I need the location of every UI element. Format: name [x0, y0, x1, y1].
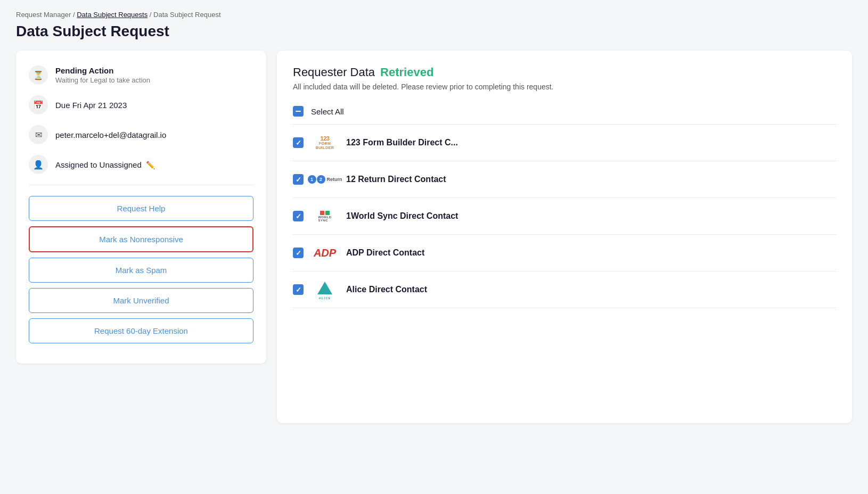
breadcrumb-part1: Request Manager	[16, 11, 71, 19]
request-extension-button[interactable]: Request 60-day Extension	[29, 318, 253, 343]
right-title-text: Requester Data	[293, 65, 375, 79]
request-help-button[interactable]: Request Help	[29, 196, 253, 221]
status-badge: Retrieved	[380, 65, 433, 79]
edit-assigned-icon[interactable]: ✏️	[146, 161, 155, 169]
svg-marker-0	[317, 282, 332, 294]
breadcrumb-dsr-link[interactable]: Data Subject Requests	[77, 11, 148, 19]
pending-action-text: Pending Action Waiting for Legal to take…	[55, 66, 150, 84]
right-subtitle: All included data will be deleted. Pleas…	[293, 83, 836, 91]
item-3-logo: WORLDSYNC	[312, 208, 338, 225]
item-4-logo: ADP	[312, 244, 338, 261]
list-item: ADP ADP Direct Contact	[293, 235, 836, 271]
due-date-text: Due Fri Apr 21 2023	[55, 101, 127, 110]
person-icon: 👤	[29, 155, 48, 174]
item-1-checkbox[interactable]	[293, 137, 304, 148]
mark-unverified-button[interactable]: Mark Unverified	[29, 288, 253, 313]
email-row: ✉ peter.marcelo+del@datagrail.io	[29, 125, 253, 144]
item-5-name: Alice Direct Contact	[346, 285, 427, 294]
mark-spam-button[interactable]: Mark as Spam	[29, 258, 253, 283]
list-item: 1 2 Return 12 Return Direct Contact	[293, 161, 836, 198]
assigned-text: Assigned to Unassigned ✏️	[55, 160, 155, 169]
select-all-label: Select All	[311, 107, 344, 116]
pending-action-row: ⏳ Pending Action Waiting for Legal to ta…	[29, 65, 253, 85]
item-1-name: 123 Form Builder Direct C...	[346, 138, 458, 147]
list-item: 123 FORMBUILDER 123 Form Builder Direct …	[293, 125, 836, 161]
right-panel: Requester Data Retrieved All included da…	[277, 51, 852, 423]
pending-action-icon: ⏳	[29, 65, 48, 85]
item-3-name: 1World Sync Direct Contact	[346, 211, 458, 221]
list-item: ALICE ALICE Alice Direct Contact	[293, 271, 836, 308]
right-header: Requester Data Retrieved All included da…	[293, 65, 836, 91]
item-5-logo: ALICE ALICE	[312, 281, 338, 298]
list-item: WORLDSYNC 1World Sync Direct Contact	[293, 198, 836, 235]
breadcrumb-current: Data Subject Request	[153, 11, 220, 19]
email-text: peter.marcelo+del@datagrail.io	[55, 130, 166, 139]
item-4-checkbox[interactable]	[293, 248, 304, 258]
item-1-logo: 123 FORMBUILDER	[312, 134, 338, 151]
select-all-row[interactable]: Select All	[293, 102, 836, 125]
due-date-row: 📅 Due Fri Apr 21 2023	[29, 95, 253, 114]
breadcrumb: Request Manager / Data Subject Requests …	[16, 11, 852, 19]
calendar-icon: 📅	[29, 95, 48, 114]
item-5-checkbox[interactable]	[293, 284, 304, 295]
select-all-checkbox[interactable]	[293, 106, 304, 117]
left-panel: ⏳ Pending Action Waiting for Legal to ta…	[16, 51, 266, 364]
panel-divider	[29, 185, 253, 185]
pending-action-title: Pending Action	[55, 66, 150, 75]
breadcrumb-sep2: /	[150, 11, 153, 19]
right-title: Requester Data Retrieved	[293, 65, 836, 79]
item-2-checkbox[interactable]	[293, 174, 304, 185]
assigned-row: 👤 Assigned to Unassigned ✏️	[29, 155, 253, 174]
item-2-name: 12 Return Direct Contact	[346, 175, 446, 184]
email-icon: ✉	[29, 125, 48, 144]
page-title: Data Subject Request	[16, 23, 852, 40]
item-3-checkbox[interactable]	[293, 211, 304, 221]
item-4-name: ADP Direct Contact	[346, 248, 424, 258]
mark-nonresponsive-button[interactable]: Mark as Nonresponsive	[29, 226, 253, 252]
pending-action-subtitle: Waiting for Legal to take action	[55, 76, 150, 84]
item-2-logo: 1 2 Return	[312, 171, 338, 188]
